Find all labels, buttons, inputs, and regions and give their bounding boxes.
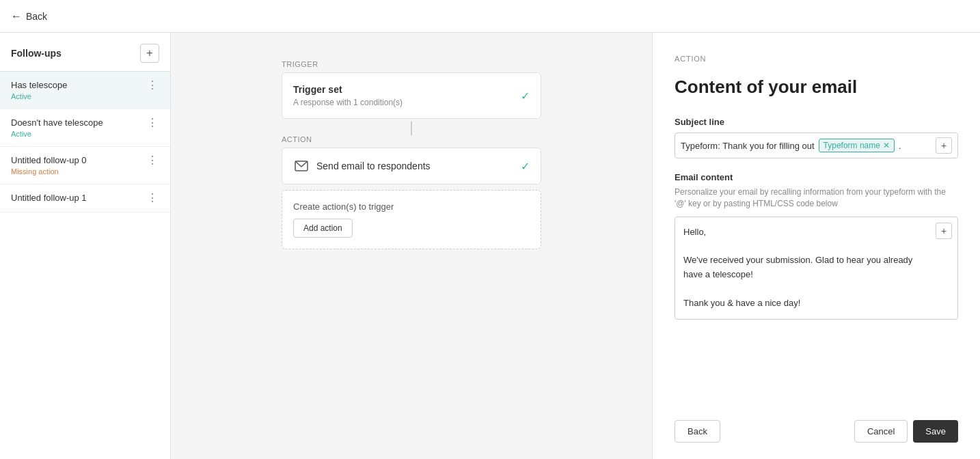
top-back-label: Back <box>26 11 47 22</box>
subject-line-label: Subject line <box>675 117 958 127</box>
email-body-line-1: Hello, <box>683 225 949 240</box>
sidebar-item-name: Has telescope <box>11 80 146 90</box>
canvas: Trigger Trigger set A response with 1 co… <box>171 33 652 459</box>
email-content-hint: Personalize your email by recalling info… <box>675 186 958 210</box>
trigger-card-subtitle: A response with 1 condition(s) <box>293 98 403 107</box>
email-body-spacer <box>683 240 949 254</box>
panel-footer: Back Cancel Save <box>675 409 958 443</box>
action-label: Action <box>282 135 541 143</box>
sidebar-item-untitled-1[interactable]: Untitled follow-up 1 ⋮ <box>0 184 170 212</box>
save-button[interactable]: Save <box>913 420 958 443</box>
send-email-card[interactable]: Send email to respondents ✓ <box>282 148 541 184</box>
email-content-section: Email content Personalize your email by … <box>675 172 958 319</box>
sidebar-item-menu-button[interactable]: ⋮ <box>146 155 159 166</box>
canvas-inner: Trigger Trigger set A response with 1 co… <box>282 60 541 249</box>
sidebar-item-untitled-0[interactable]: Untitled follow-up 0 Missing action ⋮ <box>0 147 170 184</box>
create-actions-card: Create action(s) to trigger Add action <box>282 190 541 249</box>
panel-section-label: ACTION <box>675 55 958 63</box>
sidebar-item-name: Untitled follow-up 1 <box>11 193 146 203</box>
subject-dot: . <box>899 141 901 151</box>
email-content-label: Email content <box>675 172 958 182</box>
check-icon: ✓ <box>521 160 530 173</box>
top-bar: ← Back <box>0 0 980 33</box>
email-body-area[interactable]: Hello, We've received your submission. G… <box>675 217 958 320</box>
sidebar-item-menu-button[interactable]: ⋮ <box>146 193 159 204</box>
subject-line-input[interactable]: Typeform: Thank you for filling out Type… <box>675 133 958 158</box>
email-icon <box>293 158 310 174</box>
create-actions-title: Create action(s) to trigger <box>293 201 530 212</box>
connector <box>411 122 412 135</box>
trigger-label: Trigger <box>282 60 541 68</box>
email-body-line-4: Thank you & have a nice day! <box>683 296 949 311</box>
typeform-tag-label: Typeform name <box>824 141 880 150</box>
sidebar-header: Follow-ups + <box>0 33 170 72</box>
panel-title: Content of your email <box>675 76 958 98</box>
back-arrow-icon: ← <box>11 10 22 23</box>
sidebar-item-menu-button[interactable]: ⋮ <box>146 80 159 91</box>
sidebar-item-status: Active <box>11 92 146 100</box>
email-body-spacer-2 <box>683 282 949 296</box>
right-panel: ACTION Content of your email Subject lin… <box>652 33 980 459</box>
main-layout: Follow-ups + Has telescope Active ⋮ Does… <box>0 33 980 459</box>
top-back-button[interactable]: ← Back <box>11 10 47 23</box>
sidebar-item-name: Doesn't have telescope <box>11 117 146 128</box>
add-followup-button[interactable]: + <box>140 44 159 63</box>
sidebar-item-menu-button[interactable]: ⋮ <box>146 117 159 128</box>
tag-close-button[interactable]: ✕ <box>883 141 890 150</box>
email-body-plus-button[interactable]: + <box>936 223 952 239</box>
sidebar-item-has-telescope[interactable]: Has telescope Active ⋮ <box>0 72 170 109</box>
email-body-line-3: have a telescope! <box>683 268 949 282</box>
subject-plus-button[interactable]: + <box>936 137 952 154</box>
sidebar-title: Follow-ups <box>11 48 62 59</box>
check-icon: ✓ <box>521 89 530 102</box>
panel-back-button[interactable]: Back <box>675 420 720 443</box>
sidebar-item-name: Untitled follow-up 0 <box>11 155 146 165</box>
send-email-label: Send email to respondents <box>316 161 431 171</box>
sidebar-item-doesnt-have-telescope[interactable]: Doesn't have telescope Active ⋮ <box>0 109 170 147</box>
typeform-name-tag: Typeform name ✕ <box>819 139 895 152</box>
subject-prefix: Typeform: Thank you for filling out <box>681 141 815 151</box>
sidebar-item-status: Missing action <box>11 167 146 176</box>
email-body-line-2: We've received your submission. Glad to … <box>683 253 949 268</box>
trigger-card[interactable]: Trigger set A response with 1 condition(… <box>282 72 541 119</box>
sidebar-item-status: Active <box>11 130 146 138</box>
sidebar: Follow-ups + Has telescope Active ⋮ Does… <box>0 33 171 459</box>
trigger-card-title: Trigger set <box>293 84 403 95</box>
add-action-button[interactable]: Add action <box>293 219 353 238</box>
cancel-button[interactable]: Cancel <box>854 420 908 443</box>
